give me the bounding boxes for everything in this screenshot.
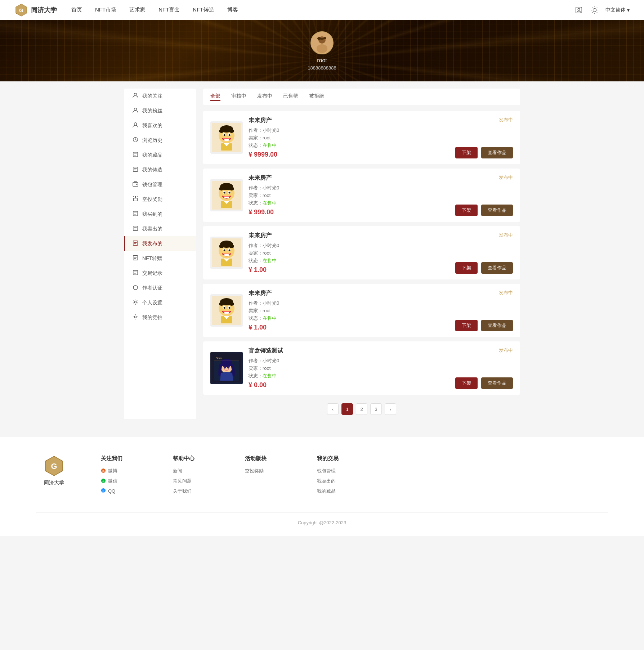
svg-point-86 [229, 302, 234, 306]
svg-point-68 [229, 192, 231, 194]
nft-title-4: 未来房产 [249, 290, 513, 297]
user-icon[interactable] [574, 5, 584, 15]
footer-news[interactable]: 新闻 [173, 468, 216, 474]
svg-rect-69 [224, 197, 229, 198]
sidebar-item-liked[interactable]: 我喜欢的 [124, 118, 196, 133]
auction-icon [132, 314, 139, 321]
sidebar-item-auction[interactable]: 我的竞拍 [124, 310, 196, 325]
tab-publishing[interactable]: 发布中 [257, 93, 272, 101]
delist-button-3[interactable]: 下架 [455, 262, 478, 274]
nft-author-4: 作者：小时光0 [249, 300, 513, 306]
follow-icon [132, 93, 139, 99]
main-content: 我的关注 我的粉丝 我喜欢的 [124, 81, 520, 426]
nft-title-3: 未来房产 [249, 232, 513, 239]
footer-collection-link[interactable]: 我的藏品 [317, 488, 360, 494]
page-prev[interactable]: ‹ [327, 403, 339, 415]
page-1[interactable]: 1 [341, 403, 353, 415]
nft-card-5: Sam 盲盒铸造测试 作者：小时光0 卖家：root 状态：在售中 ¥ 0.00… [203, 341, 520, 395]
liked-icon [132, 122, 139, 129]
nav-home[interactable]: 首页 [71, 6, 82, 13]
tab-reviewing[interactable]: 审核中 [231, 93, 246, 101]
sidebar-item-fans[interactable]: 我的粉丝 [124, 103, 196, 118]
nft-thumbnail-2 [210, 179, 243, 211]
sidebar-label-collection: 我的藏品 [142, 152, 162, 158]
footer-wechat[interactable]: 信 微信 [101, 478, 144, 484]
delist-button-4[interactable]: 下架 [455, 320, 478, 331]
delist-button-1[interactable]: 下架 [455, 147, 478, 158]
footer-logo: G 同济大学 [36, 455, 72, 498]
svg-point-18 [317, 44, 327, 53]
nft-status-2: 在售中 [263, 200, 277, 206]
delist-button-5[interactable]: 下架 [455, 377, 478, 389]
nav-market[interactable]: NFT市场 [95, 6, 116, 13]
sidebar-item-auth[interactable]: 作者认证 [124, 281, 196, 295]
sidebar-item-transfer[interactable]: NFT转赠 [124, 251, 196, 266]
nft-char-svg-3 [212, 238, 241, 267]
nav-blog[interactable]: 博客 [227, 6, 238, 13]
sidebar-item-bought[interactable]: 我买到的 [124, 207, 196, 221]
theme-icon[interactable] [590, 5, 600, 15]
view-button-5[interactable]: 查看作品 [481, 377, 513, 389]
tab-rejected[interactable]: 被拒绝 [309, 93, 324, 101]
logo[interactable]: G 同济大学 [14, 3, 57, 17]
footer-weibo[interactable]: 微 微博 [101, 468, 144, 474]
page-3[interactable]: 3 [370, 403, 382, 415]
view-button-1[interactable]: 查看作品 [481, 147, 513, 158]
sidebar-item-settings[interactable]: 个人设置 [124, 295, 196, 310]
svg-rect-32 [133, 211, 138, 216]
footer-airdrop[interactable]: 空投奖励 [245, 468, 288, 474]
footer-faq[interactable]: 常见问题 [173, 478, 216, 484]
nft-badge-4: 发布中 [499, 290, 513, 296]
nft-author-3: 作者：小时光0 [249, 242, 513, 249]
nft-seller-3: 卖家：root [249, 250, 513, 256]
view-button-3[interactable]: 查看作品 [481, 262, 513, 274]
view-button-2[interactable]: 查看作品 [481, 205, 513, 216]
tab-soldout[interactable]: 已售罄 [283, 93, 298, 101]
sidebar-item-airdrop[interactable]: 空投奖励 [124, 192, 196, 207]
nav-mint[interactable]: NFT铸造 [193, 6, 214, 13]
profile-banner: root 18888888888 [0, 20, 644, 81]
page-2[interactable]: 2 [356, 403, 367, 415]
sidebar-item-sold[interactable]: 我卖出的 [124, 221, 196, 236]
fans-icon [132, 107, 139, 114]
nft-badge-3: 发布中 [499, 232, 513, 238]
sidebar-item-collection[interactable]: 我的藏品 [124, 148, 196, 162]
svg-point-78 [224, 250, 225, 251]
footer-top: G 同济大学 关注我们 微 微博 信 微信 Q QQ [36, 455, 608, 498]
delist-button-2[interactable]: 下架 [455, 205, 478, 216]
nav-blindbox[interactable]: NFT盲盒 [158, 6, 180, 13]
footer-wallet-link[interactable]: 钱包管理 [317, 468, 360, 474]
nft-author-2: 作者：小时光0 [249, 185, 513, 191]
footer-qq[interactable]: Q QQ [101, 488, 144, 494]
nft-actions-1: 下架 查看作品 [455, 147, 513, 158]
nav-artist[interactable]: 艺术家 [129, 6, 146, 13]
footer-activity-section: 活动版块 空投奖励 [245, 455, 288, 498]
view-button-4[interactable]: 查看作品 [481, 320, 513, 331]
tab-all[interactable]: 全部 [210, 93, 220, 101]
sidebar-item-transactions[interactable]: 交易记录 [124, 266, 196, 281]
nft-card-3: 未来房产 作者：小时光0 卖家：root 状态：在售中 ¥ 1.00 发布中 下… [203, 226, 520, 279]
sidebar-item-wallet[interactable]: 钱包管理 [124, 177, 196, 192]
footer-about[interactable]: 关于我们 [173, 488, 216, 494]
sidebar-label-fans: 我的粉丝 [142, 108, 162, 114]
footer-help-section: 帮助中心 新闻 常见问题 关于我们 [173, 455, 216, 498]
sidebar-item-history[interactable]: 浏览历史 [124, 133, 196, 148]
footer-trade-title: 我的交易 [317, 455, 360, 462]
sidebar-item-minted[interactable]: 我的铸造 [124, 162, 196, 177]
footer-trade-section: 我的交易 钱包管理 我卖出的 我的藏品 [317, 455, 360, 498]
filter-tabs: 全部 审核中 发布中 已售罄 被拒绝 [203, 89, 520, 105]
avatar-image [311, 32, 333, 54]
sidebar-item-follow[interactable]: 我的关注 [124, 89, 196, 103]
lang-switcher[interactable]: 中文简体 ▾ [605, 7, 630, 13]
footer-logo-text: 同济大学 [44, 480, 64, 486]
svg-rect-41 [133, 256, 138, 260]
sidebar-label-auth: 作者认证 [142, 285, 162, 291]
profile-phone: 18888888888 [308, 65, 336, 71]
nft-actions-4: 下架 查看作品 [455, 320, 513, 331]
svg-point-17 [320, 38, 324, 40]
page-next[interactable]: › [385, 403, 396, 415]
svg-point-4 [593, 8, 596, 12]
footer-sold-link[interactable]: 我卖出的 [317, 478, 360, 484]
sidebar-item-published[interactable]: 我发布的 [124, 236, 196, 251]
sidebar-label-wallet: 钱包管理 [142, 181, 162, 188]
